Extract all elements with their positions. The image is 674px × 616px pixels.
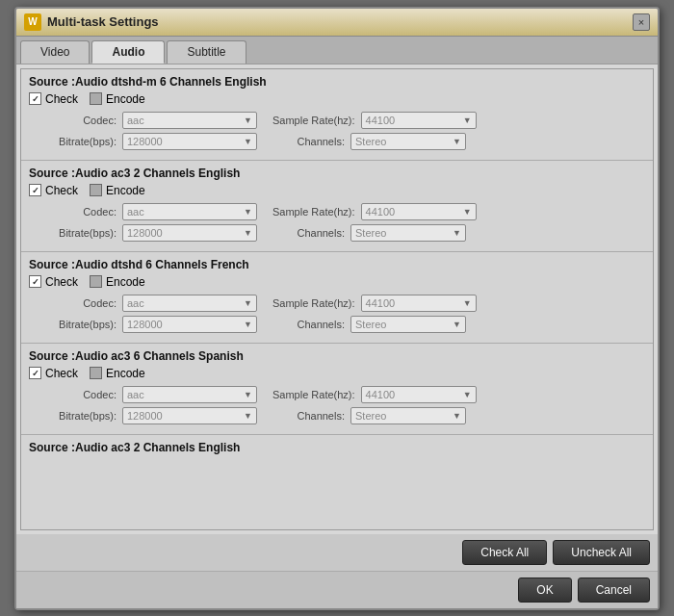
samplerate-arrow-3: ▼ [463, 298, 472, 308]
samplerate-arrow-4: ▼ [463, 390, 472, 399]
channels-group-1: Channels: Stereo ▼ [272, 133, 466, 150]
bitrate-arrow-3: ▼ [244, 320, 252, 329]
title-bar: W Multi-task Settings × [16, 9, 658, 37]
form-row-codec-3: Codec: aac ▼ Sample Rate(hz): 44100 ▼ [29, 295, 645, 312]
check-checkbox-3[interactable]: Check [29, 275, 78, 289]
form-row-bitrate-3: Bitrate(bps): 128000 ▼ Channels: Stereo … [29, 316, 645, 333]
bitrate-dropdown-2[interactable]: 128000 ▼ [122, 224, 257, 242]
bitrate-label-3: Bitrate(bps): [44, 319, 117, 330]
samplerate-dropdown-1[interactable]: 44100 ▼ [361, 112, 477, 129]
channels-arrow-2: ▼ [453, 228, 461, 238]
codec-group-1: Codec: aac ▼ [44, 112, 257, 129]
scroll-area[interactable]: Source :Audio dtshd-m 6 Channels English… [20, 68, 654, 530]
tab-bar: Video Audio Subtitle [16, 37, 658, 64]
source-label-1: Source :Audio dtshd-m 6 Channels English [29, 75, 645, 89]
bitrate-group-1: Bitrate(bps): 128000 ▼ [44, 133, 257, 150]
samplerate-group-4: Sample Rate(hz): 44100 ▼ [272, 386, 477, 403]
check-checkbox-4[interactable]: Check [29, 367, 78, 380]
form-row-bitrate-1: Bitrate(bps): 128000 ▼ Channels: Stereo … [29, 133, 645, 150]
encode-box-3[interactable] [90, 275, 102, 288]
channels-label-3: Channels: [272, 319, 345, 330]
codec-group-2: Codec: aac ▼ [44, 203, 257, 220]
check-checkbox-1[interactable]: Check [29, 92, 78, 106]
bitrate-arrow-1: ▼ [244, 137, 252, 146]
check-label-1: Check [45, 92, 78, 106]
audio-section-3: Source :Audio dtshd 6 Channels French Ch… [21, 252, 653, 344]
check-box-4[interactable] [29, 367, 41, 379]
bitrate-arrow-2: ▼ [244, 228, 252, 238]
bottom-buttons-bar: Check All Uncheck All [16, 534, 658, 571]
main-window: W Multi-task Settings × Video Audio Subt… [14, 7, 660, 610]
tab-video[interactable]: Video [20, 40, 90, 64]
title-bar-left: W Multi-task Settings [24, 13, 159, 31]
codec-dropdown-3[interactable]: aac ▼ [122, 295, 257, 312]
audio-section-2: Source :Audio ac3 2 Channels English Che… [21, 161, 653, 252]
samplerate-dropdown-3[interactable]: 44100 ▼ [361, 295, 477, 312]
check-box-1[interactable] [29, 92, 41, 105]
check-encode-row-1: Check Encode [29, 92, 645, 106]
encode-label-3: Encode [106, 275, 145, 289]
bitrate-arrow-4: ▼ [244, 411, 252, 421]
channels-arrow-3: ▼ [453, 320, 461, 329]
encode-checkbox-2[interactable]: Encode [90, 184, 145, 197]
codec-label-4: Codec: [44, 389, 117, 400]
check-label-2: Check [45, 184, 78, 197]
encode-box-1[interactable] [90, 92, 102, 105]
check-encode-row-4: Check Encode [29, 367, 645, 380]
bitrate-group-4: Bitrate(bps): 128000 ▼ [44, 407, 257, 424]
samplerate-dropdown-4[interactable]: 44100 ▼ [361, 386, 477, 403]
check-label-3: Check [45, 275, 78, 289]
bitrate-label-1: Bitrate(bps): [44, 136, 117, 147]
codec-group-4: Codec: aac ▼ [44, 386, 257, 403]
codec-dropdown-2[interactable]: aac ▼ [122, 203, 257, 220]
ok-button[interactable]: OK [518, 578, 571, 603]
codec-label-3: Codec: [44, 297, 117, 309]
encode-box-2[interactable] [90, 184, 102, 196]
encode-box-4[interactable] [90, 367, 102, 379]
cancel-button[interactable]: Cancel [578, 578, 650, 603]
check-checkbox-2[interactable]: Check [29, 184, 78, 197]
encode-checkbox-1[interactable]: Encode [90, 92, 145, 106]
check-box-2[interactable] [29, 184, 41, 196]
codec-arrow-2: ▼ [244, 207, 252, 217]
channels-dropdown-4[interactable]: Stereo ▼ [350, 407, 466, 424]
form-row-bitrate-2: Bitrate(bps): 128000 ▼ Channels: Stereo … [29, 224, 645, 242]
app-icon: W [24, 13, 41, 31]
codec-dropdown-1[interactable]: aac ▼ [122, 112, 257, 129]
samplerate-label-3: Sample Rate(hz): [272, 297, 355, 309]
form-row-codec-4: Codec: aac ▼ Sample Rate(hz): 44100 ▼ [29, 386, 645, 403]
uncheck-all-button[interactable]: Uncheck All [553, 540, 650, 565]
bitrate-dropdown-3[interactable]: 128000 ▼ [122, 316, 257, 333]
check-box-3[interactable] [29, 275, 41, 288]
source-label-2: Source :Audio ac3 2 Channels English [29, 167, 645, 180]
samplerate-group-2: Sample Rate(hz): 44100 ▼ [272, 203, 477, 220]
tab-subtitle[interactable]: Subtitle [167, 40, 246, 64]
channels-group-2: Channels: Stereo ▼ [272, 224, 466, 242]
samplerate-arrow-2: ▼ [463, 207, 472, 217]
encode-checkbox-4[interactable]: Encode [90, 367, 145, 380]
samplerate-dropdown-2[interactable]: 44100 ▼ [361, 203, 477, 220]
encode-checkbox-3[interactable]: Encode [90, 275, 145, 289]
source-label-3: Source :Audio dtshd 6 Channels French [29, 258, 645, 271]
channels-dropdown-2[interactable]: Stereo ▼ [350, 224, 466, 242]
form-row-codec-1: Codec: aac ▼ Sample Rate(hz): 44100 ▼ [29, 112, 645, 129]
channels-dropdown-3[interactable]: Stereo ▼ [350, 316, 466, 333]
channels-dropdown-1[interactable]: Stereo ▼ [350, 133, 466, 150]
codec-label-2: Codec: [44, 206, 117, 218]
encode-label-1: Encode [106, 92, 145, 106]
bitrate-dropdown-4[interactable]: 128000 ▼ [122, 407, 257, 424]
window-title: Multi-task Settings [47, 14, 159, 29]
bitrate-label-4: Bitrate(bps): [44, 410, 117, 422]
tab-audio[interactable]: Audio [91, 40, 165, 64]
check-all-button[interactable]: Check All [462, 540, 547, 565]
audio-section-5: Source :Audio ac3 2 Channels English [21, 435, 653, 464]
bitrate-label-2: Bitrate(bps): [44, 227, 117, 239]
channels-arrow-4: ▼ [453, 411, 461, 421]
check-encode-row-2: Check Encode [29, 184, 645, 197]
bitrate-dropdown-1[interactable]: 128000 ▼ [122, 133, 257, 150]
codec-label-1: Codec: [44, 115, 117, 126]
close-button[interactable]: × [633, 13, 650, 31]
codec-dropdown-4[interactable]: aac ▼ [122, 386, 257, 403]
source-label-5: Source :Audio ac3 2 Channels English [29, 441, 645, 454]
channels-label-4: Channels: [272, 410, 345, 422]
